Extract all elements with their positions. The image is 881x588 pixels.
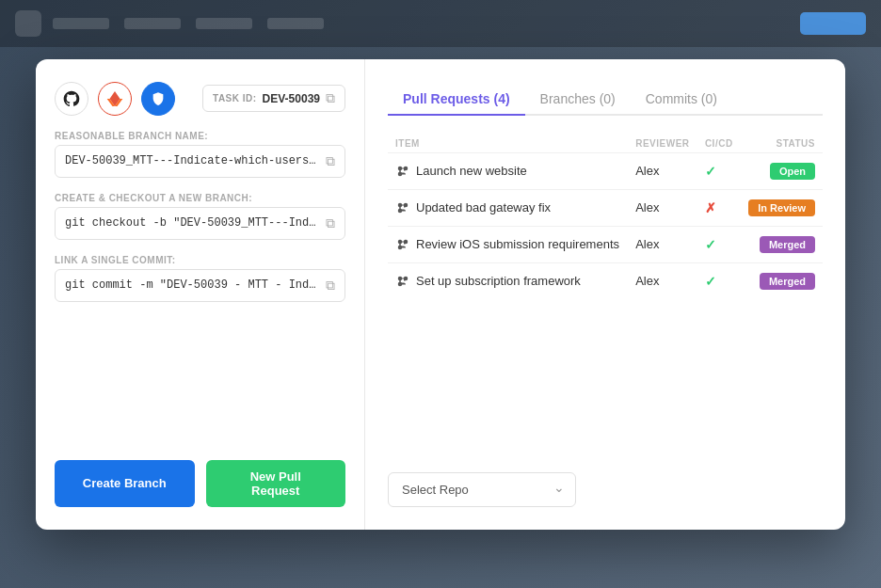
commit-section: LINK A SINGLE COMMIT: git commit -m "DEV… [55, 255, 345, 302]
commit-value: git commit -m "DEV-50039 - MTT - Indicat… [65, 278, 320, 292]
pr-reviewer-cell: Alex [628, 152, 697, 189]
pr-item-text: Launch new website [416, 164, 527, 178]
pr-item-text: Review iOS submission requirements [416, 237, 619, 251]
copy-commit-icon[interactable]: ⧉ [326, 278, 335, 294]
pr-status-cell: Merged [741, 262, 823, 299]
pr-item-text: Set up subscription framework [416, 274, 581, 288]
select-repo-wrapper: Select Repo [388, 472, 576, 507]
cicd-check-icon: ✓ [705, 274, 716, 289]
left-panel: TASK ID: DEV-50039 ⧉ REASONABLE BRANCH N… [36, 59, 365, 530]
pr-item-cell: Updated bad gateway fix [388, 189, 628, 226]
status-badge: Merged [760, 236, 815, 253]
pr-cicd-cell: ✓ [697, 226, 741, 262]
select-repo-dropdown[interactable]: Select Repo [388, 472, 576, 507]
branch-name-value: DEV-50039_MTT---Indicate-which-users-c..… [65, 154, 320, 167]
pr-item-cell: Launch new website [388, 152, 628, 189]
pr-reviewer-cell: Alex [628, 226, 697, 262]
tab-branches[interactable]: Branches (0) [525, 84, 631, 116]
status-badge: In Review [748, 199, 815, 216]
pr-cicd-cell: ✗ [697, 189, 741, 226]
tab-commits-label: Commits (0) [646, 91, 717, 106]
pr-reviewer-cell: Alex [628, 262, 697, 299]
col-header-status: STATUS [741, 135, 823, 153]
gitlab-icon [98, 82, 132, 116]
new-pull-request-button[interactable]: New Pull Request [206, 460, 346, 507]
task-id-label: TASK ID: [213, 93, 257, 103]
copy-task-id-icon[interactable]: ⧉ [326, 90, 335, 106]
copy-branch-icon[interactable]: ⧉ [326, 153, 335, 169]
pr-icon [395, 274, 410, 289]
tab-branches-label: Branches (0) [540, 91, 616, 106]
commit-row: git commit -m "DEV-50039 - MTT - Indicat… [55, 269, 345, 302]
cicd-check-icon: ✓ [705, 164, 716, 179]
table-row: Review iOS submission requirementsAlex✓M… [388, 226, 823, 262]
checkout-value: git checkout -b "DEV-50039_MTT---Indica.… [65, 216, 320, 230]
task-id-value: DEV-50039 [263, 92, 320, 105]
select-repo-row: Select Repo [388, 457, 823, 507]
cicd-check-icon: ✓ [705, 237, 716, 252]
tab-pull-requests[interactable]: Pull Requests (4) [388, 84, 525, 116]
branch-name-row: DEV-50039_MTT---Indicate-which-users-c..… [55, 145, 345, 178]
tabs-row: Pull Requests (4) Branches (0) Commits (… [388, 82, 823, 116]
modal: TASK ID: DEV-50039 ⧉ REASONABLE BRANCH N… [36, 59, 845, 530]
pr-item-cell: Set up subscription framework [388, 262, 628, 299]
pr-status-cell: Merged [741, 226, 823, 262]
pr-cicd-cell: ✓ [697, 152, 741, 189]
tab-pull-requests-label: Pull Requests (4) [403, 91, 510, 106]
pr-item-text: Updated bad gateway fix [416, 200, 551, 215]
shield-icon [141, 82, 175, 116]
col-header-cicd: CI/CD [697, 135, 741, 153]
checkout-section: CREATE & CHECKOUT A NEW BRANCH: git chec… [55, 193, 345, 240]
status-badge: Open [770, 163, 815, 180]
right-panel: Pull Requests (4) Branches (0) Commits (… [365, 59, 845, 530]
cicd-cross-icon: ✗ [705, 200, 716, 215]
branch-name-label: REASONABLE BRANCH NAME: [55, 131, 345, 141]
header-row: TASK ID: DEV-50039 ⧉ [55, 82, 345, 116]
create-branch-button[interactable]: Create Branch [55, 460, 195, 507]
col-header-reviewer: REVIEWER [628, 135, 697, 153]
task-id-box: TASK ID: DEV-50039 ⧉ [202, 85, 345, 112]
col-header-item: ITEM [388, 135, 628, 153]
tab-commits[interactable]: Commits (0) [631, 84, 732, 116]
table-row: Launch new websiteAlex✓Open [388, 152, 823, 189]
table-row: Updated bad gateway fixAlex✗In Review [388, 189, 823, 226]
branch-name-section: REASONABLE BRANCH NAME: DEV-50039_MTT---… [55, 131, 345, 178]
pr-cicd-cell: ✓ [697, 262, 741, 299]
pr-icon [395, 164, 410, 179]
copy-checkout-icon[interactable]: ⧉ [326, 215, 335, 231]
pr-status-cell: Open [741, 152, 823, 189]
pr-icon [395, 200, 410, 215]
bottom-buttons: Create Branch New Pull Request [55, 460, 345, 507]
status-badge: Merged [760, 273, 815, 290]
table-row: Set up subscription frameworkAlex✓Merged [388, 262, 823, 299]
commit-label: LINK A SINGLE COMMIT: [55, 255, 345, 265]
pr-reviewer-cell: Alex [628, 189, 697, 226]
checkout-row: git checkout -b "DEV-50039_MTT---Indica.… [55, 207, 345, 240]
pull-requests-table: ITEM REVIEWER CI/CD STATUS Launch new we… [388, 135, 823, 299]
pr-item-cell: Review iOS submission requirements [388, 226, 628, 262]
pr-icon [395, 237, 410, 252]
pr-status-cell: In Review [741, 189, 823, 226]
checkout-label: CREATE & CHECKOUT A NEW BRANCH: [55, 193, 345, 203]
github-icon [55, 82, 88, 116]
